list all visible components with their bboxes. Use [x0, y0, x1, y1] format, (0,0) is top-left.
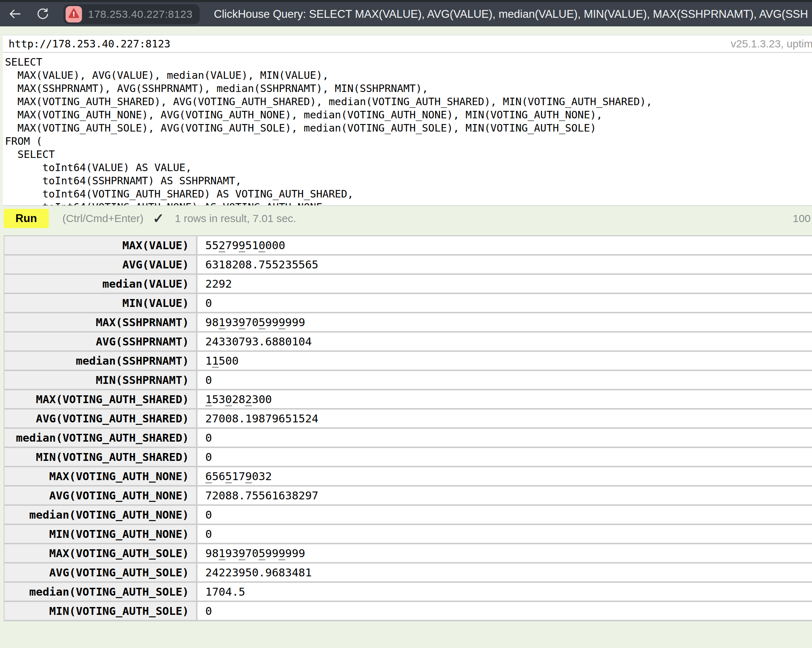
result-row: AVG(VOTING_AUTH_SHARED)27008.19879651524	[3, 410, 812, 429]
run-button[interactable]: Run	[3, 209, 49, 228]
result-row-label: AVG(VALUE)	[3, 256, 196, 275]
digit-group-mark: 0	[258, 239, 265, 252]
digit-group-mark: 5	[258, 316, 265, 329]
result-row: MAX(VOTING_AUTH_SHARED)1530282300	[3, 390, 812, 410]
result-row-label: AVG(SSHPRNAMT)	[3, 332, 196, 352]
endpoint-url-input[interactable]	[3, 38, 573, 50]
result-row-value: 27008.19879651524	[196, 410, 812, 429]
digit-group-mark: 9	[278, 316, 285, 329]
result-row-value: 72088.75561638297	[196, 486, 812, 506]
result-row: median(VOTING_AUTH_SHARED)0	[3, 429, 812, 448]
ssl-warning-badge[interactable]	[66, 6, 82, 23]
result-row-value: 0	[196, 294, 812, 313]
result-row-value: 0	[196, 448, 812, 467]
result-row: median(VALUE)2292	[3, 275, 812, 294]
result-row-value: 2292	[196, 275, 812, 294]
result-row-value: 1530282300	[196, 390, 812, 410]
clickhouse-play-page: v25.1.3.23, uptime Run (Ctrl/Cmd+Enter) …	[0, 26, 812, 621]
result-row-label: median(VOTING_AUTH_SOLE)	[3, 583, 196, 602]
result-row-label: MIN(VOTING_AUTH_NONE)	[3, 525, 196, 544]
digit-group-mark: 9	[245, 470, 252, 483]
result-row-label: MIN(SSHPRNAMT)	[3, 371, 196, 390]
result-row: MAX(SSHPRNAMT)981939705999999	[3, 313, 812, 332]
result-row: AVG(VOTING_AUTH_NONE)72088.75561638297	[3, 486, 812, 506]
warning-icon	[68, 8, 80, 21]
result-row-label: MAX(VOTING_AUTH_SOLE)	[3, 544, 196, 564]
result-row: AVG(VALUE)6318208.755235565	[3, 256, 812, 275]
digit-group-mark: 1	[205, 393, 212, 406]
result-row-label: median(VOTING_AUTH_SHARED)	[3, 429, 196, 448]
result-row: AVG(VOTING_AUTH_SOLE)24223950.9683481	[3, 564, 812, 583]
result-row-label: MAX(SSHPRNAMT)	[3, 313, 196, 332]
digit-group-mark: 9	[238, 239, 245, 252]
result-row-label: MIN(VOTING_AUTH_SOLE)	[3, 602, 196, 621]
result-row-value: 24223950.9683481	[196, 564, 812, 583]
digit-group-mark: 9	[238, 316, 245, 329]
result-status: 1 rows in result, 7.01 sec.	[175, 212, 296, 224]
result-row-value: 0	[196, 429, 812, 448]
query-editor[interactable]	[3, 53, 812, 206]
digit-group-mark: 1	[218, 547, 225, 560]
url-pill[interactable]: 178.253.40.227:8123	[63, 4, 200, 24]
back-icon	[8, 6, 23, 23]
result-row-label: MAX(VOTING_AUTH_NONE)	[3, 467, 196, 486]
result-row-value: 11500	[196, 352, 812, 371]
result-row-label: median(VOTING_AUTH_NONE)	[3, 506, 196, 525]
result-row-label: median(VALUE)	[3, 275, 196, 294]
result-row: MIN(SSHPRNAMT)0	[3, 371, 812, 390]
result-row-label: MAX(VOTING_AUTH_SHARED)	[3, 390, 196, 410]
result-row: MIN(VOTING_AUTH_SHARED)0	[3, 448, 812, 467]
result-row-label: MIN(VOTING_AUTH_SHARED)	[3, 448, 196, 467]
browser-chrome: 178.253.40.227:8123 ClickHouse Query: SE…	[0, 0, 812, 26]
success-check-icon: ✓	[153, 210, 164, 226]
result-row-label: MIN(VALUE)	[3, 294, 196, 313]
result-row: AVG(SSHPRNAMT)24330793.6880104	[3, 332, 812, 352]
result-row: MIN(VOTING_AUTH_NONE)0	[3, 525, 812, 544]
digit-group-mark: 2	[245, 393, 252, 406]
result-row-value: 0	[196, 371, 812, 390]
result-row: MAX(VOTING_AUTH_NONE)6565179032	[3, 467, 812, 486]
result-row: MIN(VALUE)0	[3, 294, 812, 313]
result-row-value: 24330793.6880104	[196, 332, 812, 352]
shortcut-hint: (Ctrl/Cmd+Enter)	[63, 212, 143, 224]
digit-group-mark: 9	[278, 547, 285, 560]
server-version-label: v25.1.3.23, uptime	[731, 35, 812, 52]
result-row-value: 6565179032	[196, 467, 812, 486]
address-bar: v25.1.3.23, uptime	[3, 35, 812, 53]
digit-group-mark: 9	[238, 547, 245, 560]
result-row-value: 552799510000	[196, 236, 812, 256]
right-stat: 100	[793, 212, 810, 224]
results-table: MAX(VALUE)552799510000AVG(VALUE)6318208.…	[3, 235, 812, 621]
result-row-label: AVG(VOTING_AUTH_SOLE)	[3, 564, 196, 583]
result-row: MAX(VALUE)552799510000	[3, 236, 812, 256]
result-row-label: AVG(VOTING_AUTH_SHARED)	[3, 410, 196, 429]
digit-group-mark: 1	[212, 354, 219, 367]
result-row: median(VOTING_AUTH_NONE)0	[3, 506, 812, 525]
result-row-value: 0	[196, 525, 812, 544]
result-row: MIN(VOTING_AUTH_SOLE)0	[3, 602, 812, 621]
result-row-value: 981939705999999	[196, 313, 812, 332]
result-row-label: AVG(VOTING_AUTH_NONE)	[3, 486, 196, 506]
result-row-value: 1704.5	[196, 583, 812, 602]
result-row-value: 0	[196, 602, 812, 621]
digit-group-mark: 5	[258, 547, 265, 560]
result-row-value: 6318208.755235565	[196, 256, 812, 275]
result-row-value: 0	[196, 506, 812, 525]
digit-group-mark: 5	[225, 470, 232, 483]
url-text: 178.253.40.227:8123	[88, 8, 192, 20]
reload-icon	[35, 6, 50, 23]
reload-button[interactable]	[35, 7, 50, 23]
result-row-label: median(SSHPRNAMT)	[3, 352, 196, 371]
window-title: ClickHouse Query: SELECT MAX(VALUE), AVG…	[214, 2, 808, 26]
digit-group-mark: 1	[218, 316, 225, 329]
digit-group-mark: 0	[225, 393, 232, 406]
digit-group-mark: 6	[205, 470, 212, 483]
result-row-label: MAX(VALUE)	[3, 236, 196, 256]
result-row: median(SSHPRNAMT)11500	[3, 352, 812, 371]
run-toolbar: Run (Ctrl/Cmd+Enter) ✓ 1 rows in result,…	[3, 209, 812, 228]
result-row-value: 981939705999999	[196, 544, 812, 564]
digit-group-mark: 2	[218, 239, 225, 252]
result-row: median(VOTING_AUTH_SOLE)1704.5	[3, 583, 812, 602]
results-table-body: MAX(VALUE)552799510000AVG(VALUE)6318208.…	[3, 236, 812, 621]
back-button[interactable]	[7, 7, 23, 23]
